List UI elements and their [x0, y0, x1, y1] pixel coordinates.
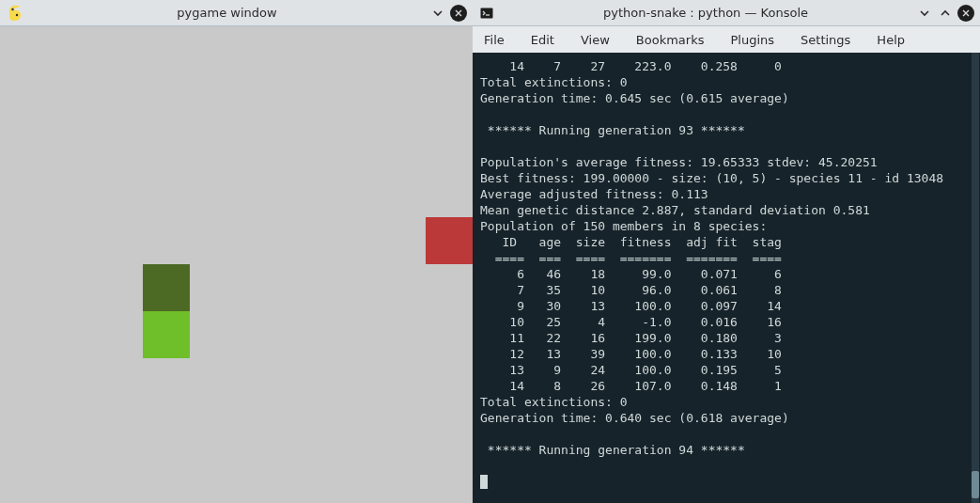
svg-point-0	[11, 8, 13, 9]
game-cell-1	[143, 311, 190, 358]
menu-view[interactable]: View	[581, 33, 610, 47]
terminal-icon	[478, 5, 495, 22]
menu-help[interactable]: Help	[877, 33, 905, 47]
pygame-canvas	[0, 26, 473, 503]
chevron-down-icon[interactable]	[916, 5, 933, 22]
menu-file[interactable]: File	[484, 33, 505, 47]
konsole-title: python-snake : python — Konsole	[499, 6, 912, 20]
konsole-window: python-snake : python — Konsole FileEdit…	[473, 0, 980, 503]
pygame-title: pygame window	[28, 6, 426, 20]
svg-rect-2	[481, 8, 493, 18]
close-icon[interactable]	[957, 5, 974, 22]
scrollbar[interactable]	[972, 53, 979, 503]
menu-bookmarks[interactable]: Bookmarks	[636, 33, 705, 47]
pygame-window: pygame window	[0, 0, 473, 503]
menu-plugins[interactable]: Plugins	[730, 33, 774, 47]
menu-settings[interactable]: Settings	[801, 33, 850, 47]
terminal-cursor	[480, 475, 488, 489]
terminal-area[interactable]: 14 7 27 223.0 0.258 0 Total extinctions:…	[473, 53, 980, 503]
chevron-up-icon[interactable]	[937, 5, 954, 22]
menu-edit[interactable]: Edit	[531, 33, 554, 47]
pygame-logo-icon	[6, 4, 24, 23]
konsole-menubar[interactable]: FileEditViewBookmarksPluginsSettingsHelp	[473, 26, 980, 53]
game-cell-2	[426, 217, 473, 264]
close-icon[interactable]	[450, 5, 467, 22]
svg-point-1	[16, 13, 18, 15]
game-cell-0	[143, 264, 190, 311]
konsole-titlebar[interactable]: python-snake : python — Konsole	[473, 0, 980, 26]
terminal-output: 14 7 27 223.0 0.258 0 Total extinctions:…	[473, 53, 980, 503]
chevron-down-icon[interactable]	[429, 5, 446, 22]
pygame-titlebar[interactable]: pygame window	[0, 0, 473, 26]
scrollbar-thumb[interactable]	[972, 471, 979, 498]
